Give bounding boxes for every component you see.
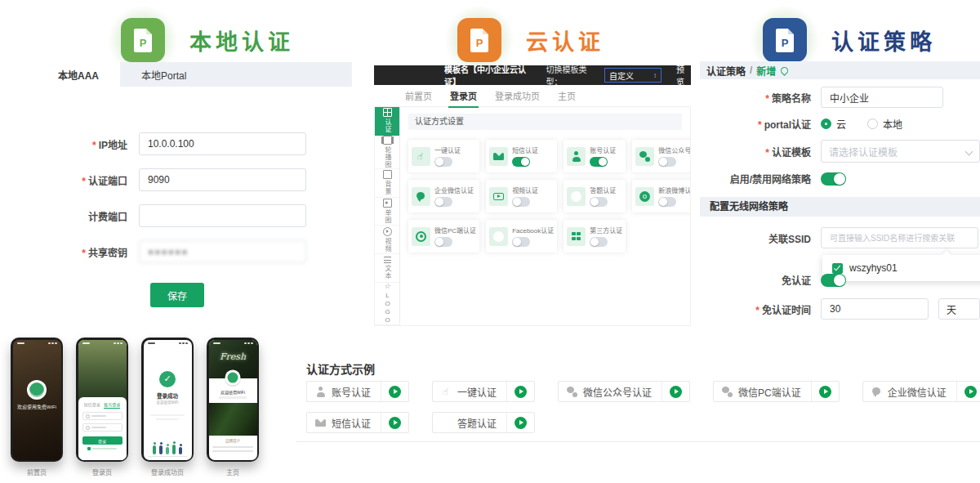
radio-option-cloud[interactable]: 云 (821, 117, 846, 131)
auth-template-placeholder: 请选择认证模板 (829, 145, 898, 159)
sidebar-item-carousel[interactable]: 轮播图 (375, 136, 399, 169)
tab-login-success-page[interactable]: 登录成功页 (495, 89, 540, 102)
phone-password-field[interactable] (82, 423, 122, 432)
enable-network-policy-toggle[interactable] (821, 172, 846, 186)
phone-mockup-login-page: 短信登录 账号登录 登录 (76, 338, 128, 462)
wechat-pc-toggle[interactable] (434, 237, 452, 247)
play-icon (514, 417, 527, 429)
checkbox-icon[interactable] (87, 447, 91, 450)
ip-address-label: *IP地址 (0, 137, 139, 151)
auth-template-select[interactable]: 请选择认证模板 (821, 140, 980, 163)
enable-network-policy-label: 启用/禁用网络策略 (700, 172, 821, 186)
status-bar (17, 342, 57, 345)
sms-toggle[interactable] (512, 157, 530, 167)
free-auth-time-label: *免认证时间 (700, 302, 821, 316)
wework-toggle[interactable] (434, 197, 452, 207)
quiz-toggle[interactable] (590, 197, 608, 207)
tab-home-page[interactable]: 主页 (558, 89, 576, 102)
wechat-pc-icon (722, 387, 733, 397)
thirdparty-toggle[interactable] (590, 237, 608, 247)
phone-login-button[interactable]: 登录 (82, 436, 122, 445)
free-auth-time-field[interactable] (821, 298, 929, 320)
cloud-template-editor: 模板名【中小企业云认证】 切换模板类型： 自定义 ↕ 预览 前置页 登录页 登录… (374, 65, 691, 325)
policy-name-field[interactable] (821, 87, 943, 108)
ip-address-field[interactable] (139, 132, 306, 155)
sidebar-item-logo[interactable]: ☆LOGO (375, 283, 399, 325)
save-button[interactable]: 保存 (150, 283, 204, 307)
free-auth-toggle[interactable] (821, 274, 846, 287)
sms-icon (493, 151, 504, 162)
question-icon (571, 191, 581, 202)
background-icon (383, 170, 392, 179)
play-icon (819, 386, 831, 398)
accounting-port-label: 计费端口 (0, 209, 139, 223)
phone-caption: 登录成功页 (141, 467, 194, 476)
time-unit-select[interactable]: 天 (938, 298, 980, 320)
facebook-toggle[interactable] (512, 237, 530, 247)
account-toggle[interactable] (590, 157, 608, 167)
text-lines-icon (384, 257, 391, 263)
checkbox-checked-icon[interactable] (832, 263, 843, 274)
tab-login-page[interactable]: 登录页 (450, 89, 477, 102)
wifi-logo-icon (27, 380, 47, 400)
play-button[interactable] (812, 386, 839, 398)
play-button[interactable] (507, 386, 534, 398)
video-toggle[interactable] (512, 197, 530, 207)
welcome-text: 欢迎使用免费WiFi (13, 403, 61, 410)
tab-front-page[interactable]: 前置页 (405, 89, 432, 102)
radio-unselected-icon[interactable] (867, 119, 878, 129)
template-topbar: 模板名【中小企业云认证】 切换模板类型： 自定义 ↕ 预览 (374, 65, 691, 85)
welcome-text: 欢迎使用WiFi (209, 389, 257, 395)
chevron-down-icon (965, 147, 973, 155)
sidebar-item-background[interactable]: 背景 (375, 169, 399, 198)
phone-username-field[interactable] (82, 412, 122, 420)
radio-selected-icon[interactable] (821, 119, 831, 129)
preview-button[interactable]: 预览 (676, 63, 691, 87)
sidebar-item-auth[interactable]: 认证 (375, 107, 399, 136)
policy-name-label: *策略名称 (700, 91, 821, 105)
auth-port-field[interactable] (139, 168, 306, 191)
ssid-search-input[interactable] (821, 227, 978, 248)
tab-local-aaa[interactable]: 本地AAA (37, 62, 120, 87)
one-key-toggle[interactable] (434, 157, 452, 167)
portal-doc-green-icon: P (121, 18, 165, 62)
play-button[interactable] (507, 417, 534, 429)
wechat-icon (639, 151, 650, 162)
ssid-option[interactable]: wszyhys01 (849, 262, 898, 274)
play-button[interactable] (662, 386, 689, 398)
template-type-select[interactable]: 自定义 ↕ (604, 68, 662, 83)
wework-icon (871, 387, 882, 397)
location-pin-icon (780, 65, 791, 76)
updown-icon: ↕ (653, 72, 657, 79)
breadcrumb-root[interactable]: 认证策略 (706, 64, 746, 78)
sidebar-item-text[interactable]: 文本 (375, 254, 399, 283)
user-icon (315, 387, 326, 397)
radio-option-local[interactable]: 本地 (867, 117, 902, 131)
welcome-subtext: 欢迎使用WiFi (144, 400, 192, 405)
play-button[interactable] (957, 386, 980, 398)
page: P 本地认证 本地AAA 本地Portal *IP地址 *认证端口 计费端口 *… (0, 0, 980, 483)
phone-tab-sms-login[interactable]: 短信登录 (84, 401, 100, 409)
example-pill-quiz: 答题认证 (432, 412, 535, 433)
phone-tab-account-login[interactable]: 账号登录 (104, 401, 120, 409)
sidebar-item-video[interactable]: 视频 (375, 226, 399, 254)
form-row: *策略名称 (700, 87, 980, 108)
accounting-port-field[interactable] (139, 204, 306, 227)
example-pill-account: 账号认证 (306, 381, 409, 402)
examples-section-title: 认证方式示例 (306, 360, 375, 377)
facebook-icon (493, 231, 504, 242)
shared-secret-field[interactable] (139, 240, 306, 263)
wechat-official-toggle[interactable] (658, 157, 676, 167)
method-card-wechat-pc: 微信PC端认证 (408, 220, 479, 253)
play-button[interactable] (381, 386, 408, 398)
form-row: 启用/禁用网络策略 (700, 172, 980, 186)
tab-local-portal[interactable]: 本地Portal (120, 62, 207, 87)
video-icon (493, 191, 504, 202)
sidebar-item-image[interactable]: 单图 (375, 198, 399, 226)
weibo-toggle[interactable] (658, 197, 676, 207)
play-button[interactable] (381, 417, 408, 429)
method-card-one-key: 一键认证 (408, 140, 479, 172)
play-icon (670, 386, 682, 398)
method-card-weibo: 新浪微博认证 (632, 180, 690, 212)
wework-icon (416, 191, 426, 202)
